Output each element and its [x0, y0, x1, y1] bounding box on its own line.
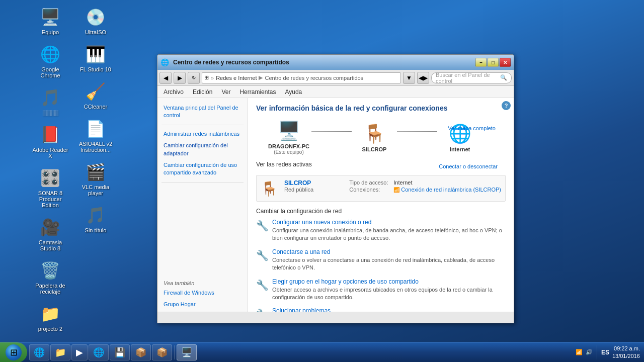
desktop-icon-wma-label: ░░░░ [42, 110, 58, 116]
sidebar-link-adapter[interactable]: Cambiar configuración del adaptador [157, 140, 248, 159]
desktop-icon-sonar[interactable]: 🎛️ SONAR 8 Producer Edition [30, 166, 70, 210]
sidebar-link-sharing[interactable]: Cambiar configuración de uso compartido … [157, 159, 248, 179]
desktop-icon-asio4all-label: ASIO4ALL v2 Instruction... [77, 141, 114, 153]
home-group-link[interactable]: Elegir grupo en el hogar y opciones de u… [272, 278, 506, 285]
sidebar-link-grupo-hogar[interactable]: Grupo Hogar [157, 299, 248, 310]
network-detail-access-row: Tipo de acceso: Internet [349, 179, 501, 186]
taskbar-chrome-button[interactable]: 🌐 [89, 344, 109, 360]
menu-archivo[interactable]: Archivo [159, 87, 188, 97]
start-button[interactable]: ⊞ [0, 342, 27, 363]
connect-disconnect-link[interactable]: Conectar o desconectar [439, 163, 498, 169]
sidebar-link-wireless[interactable]: Administrar redes inalámbricas [157, 128, 248, 140]
desktop-icon-equipo[interactable]: 🖥️ Equipo [30, 5, 70, 37]
help-icon[interactable]: ? [502, 101, 511, 110]
desktop-icon-ccleaner[interactable]: 🧹 CCleaner [75, 79, 116, 112]
connections-label: Conexiones: [349, 187, 389, 193]
desktop-icon-camtasia-label: Camtasia Studio 8 [32, 239, 68, 251]
desktop-icon-sin-titulo-label: Sin título [85, 227, 107, 233]
minimize-button[interactable]: – [475, 58, 487, 67]
sidebar-link-firewall[interactable]: Firewall de Windows [157, 287, 248, 299]
desktop-icon-chrome[interactable]: 🌐 Google Chrome [30, 42, 70, 80]
path-current: Centro de redes y recursos compartidos [265, 75, 363, 81]
search-box[interactable]: Buscar en el Panel de control 🔍 [431, 72, 512, 83]
menu-ver[interactable]: Ver [217, 87, 234, 97]
desktop-icon-recycle[interactable]: 🗑️ Papelera de reciclaje [30, 258, 70, 297]
desktop-icon-vlc-label: VLC media player [77, 184, 114, 196]
recycle-icon: 🗑️ [40, 260, 60, 281]
network-detail-connections-row: Conexiones: 📶 Conexión de red inalámbric… [349, 187, 501, 193]
desktop-icon-ultraiso[interactable]: 💿 UltraISO [75, 5, 116, 37]
new-connection-desc: Configurar una conexión inalámbrica, de … [272, 227, 502, 241]
ccleaner-icon: 🧹 [86, 81, 106, 102]
desktop-icon-sin-titulo[interactable]: 🎵 Sin título [75, 203, 116, 235]
network-card: 🪑 SILCROP Red pública Tipo de acceso: In… [256, 175, 506, 202]
desktop-icon-ccleaner-label: CCleaner [84, 104, 107, 110]
troubleshoot-link[interactable]: Solucionar problemas [272, 307, 506, 312]
network-name[interactable]: SILCROP [284, 179, 343, 187]
network-card-icon: 🪑 [261, 180, 278, 197]
path-icon: ⊞ [204, 74, 209, 81]
desktop-icon-ultraiso-label: UltraISO [85, 29, 106, 35]
taskbar-pkg1-button[interactable]: 📦 [131, 344, 151, 360]
search-icon: 🔍 [500, 74, 507, 81]
windows-orb-icon: ⊞ [6, 344, 22, 360]
taskbar-explorer-button[interactable]: 📁 [50, 344, 70, 360]
view-map-link[interactable]: Ver mapa completo [448, 125, 496, 131]
menu-ayuda[interactable]: Ayuda [281, 87, 306, 97]
content-area: Ventana principal del Panel de control A… [157, 98, 514, 312]
sidebar-link-panel[interactable]: Ventana principal del Panel de control [157, 102, 248, 122]
taskbar-pkg2-button[interactable]: 📦 [152, 344, 172, 360]
desktop-icon-flstudio-label: FL Studio 10 [80, 66, 111, 72]
forward-button[interactable]: ▶ [174, 72, 186, 84]
desktop-icon-camtasia[interactable]: 🎥 Camtasia Studio 8 [30, 215, 70, 253]
connection-link[interactable]: 📶 Conexión de red inalámbrica (SILCROP) [393, 187, 501, 193]
network-card-info: SILCROP Red pública [284, 179, 343, 193]
taskbar-ie-button[interactable]: 🌐 [29, 344, 49, 360]
desktop-icon-vlc[interactable]: 🎬 VLC media player [75, 160, 116, 198]
taskbar-language[interactable]: ES [601, 349, 609, 356]
network-details: Tipo de acceso: Internet Conexiones: 📶 C… [349, 179, 501, 194]
taskbar-network-window-button[interactable]: 🖥️ [177, 344, 197, 360]
window-icon: 🌐 [160, 58, 169, 66]
desktop-icon-projecto2[interactable]: 📁 projecto 2 [30, 302, 70, 334]
net-node-pc: 🖥️ DRAGONFX-PC (Este equipo) [266, 120, 311, 155]
desktop-icon-chrome-label: Google Chrome [32, 66, 68, 78]
dropdown-button[interactable]: ▼ [403, 72, 415, 84]
desktop-icon-flstudio[interactable]: 🎹 FL Studio 10 [75, 42, 116, 74]
desktop: 🖥️ Equipo 🌐 Google Chrome 🎵 ░░░░ 📕 Adobe… [0, 0, 644, 362]
sidebar-see-also-label: Vea también [157, 276, 248, 287]
menu-herramientas[interactable]: Herramientas [235, 87, 280, 97]
net-silcrop-icon: 🪑 [363, 123, 386, 144]
desktop-icon-adobe-label: Adobe Reader X [32, 147, 68, 159]
explorer-window: 🌐 Centro de redes y recursos compartidos… [157, 54, 514, 323]
net-line-1 [311, 131, 352, 132]
menu-edicion[interactable]: Edición [189, 87, 216, 97]
prev-locations-button[interactable]: ◀▶ [417, 72, 429, 84]
desktop-icon-sonar-label: SONAR 8 Producer Edition [32, 190, 68, 208]
refresh-button[interactable]: ↻ [188, 72, 200, 84]
new-connection-link[interactable]: Configurar una nueva conexión o red [272, 219, 506, 226]
back-button[interactable]: ◀ [159, 72, 172, 84]
desktop-icon-adobe[interactable]: 📕 Adobe Reader X [30, 123, 70, 161]
chrome-icon: 🌐 [40, 44, 60, 64]
time-display: 09:22 a.m. [612, 345, 640, 352]
desktop-icon-wma[interactable]: 🎵 ░░░░ [30, 85, 70, 118]
taskbar-disk-button[interactable]: 💾 [110, 344, 130, 360]
window-titlebar: 🌐 Centro de redes y recursos compartidos… [157, 55, 514, 70]
connection-link-text: Conexión de red inalámbrica (SILCROP) [401, 187, 501, 193]
settings-text-troubleshoot: Solucionar problemas Diagnosticar y repa… [272, 307, 506, 312]
net-pc-label: DRAGONFX-PC [268, 143, 309, 149]
desktop-icon-recycle-label: Papelera de reciclaje [32, 283, 68, 295]
close-button[interactable]: ✕ [500, 58, 511, 67]
access-type-label: Tipo de acceso: [349, 179, 389, 186]
taskbar-tray: 📶 🔊 ES 09:22 a.m. 13/01/2016 [572, 345, 644, 359]
connect-network-link[interactable]: Conectarse a una red [272, 248, 506, 255]
address-path[interactable]: ⊞ » Redes e Internet ▶ Centro de redes y… [202, 72, 401, 83]
desktop-icon-asio4all[interactable]: 📄 ASIO4ALL v2 Instruction... [75, 117, 116, 155]
maximize-button[interactable]: □ [488, 58, 499, 67]
main-content: ? Ver información básica de la red y con… [248, 98, 514, 312]
troubleshoot-icon: 🔧 [256, 308, 268, 312]
settings-text-new-connection: Configurar una nueva conexión o red Conf… [272, 219, 506, 242]
taskbar-wmp-button[interactable]: ▶ [71, 344, 88, 360]
taskbar: ⊞ 🌐 📁 ▶ 🌐 💾 📦 📦 🖥️ 📶 🔊 ES 09:22 a.m. 13/… [0, 342, 644, 362]
